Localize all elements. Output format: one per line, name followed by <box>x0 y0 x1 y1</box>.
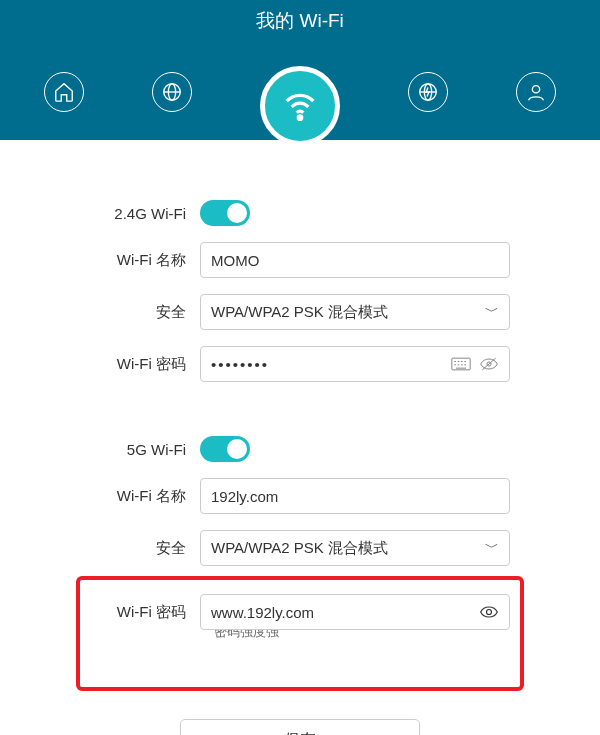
chevron-down-icon: ﹀ <box>485 303 499 321</box>
eye-off-icon[interactable] <box>479 355 499 373</box>
wifi24-title: 2.4G Wi-Fi <box>90 205 200 222</box>
wifi5-security-label: 安全 <box>90 539 200 558</box>
header: 我的 Wi-Fi <box>0 0 600 140</box>
wifi5-security-select[interactable]: WPA/WPA2 PSK 混合模式 ﹀ <box>200 530 510 566</box>
wifi5-password-label: Wi-Fi 密码 <box>90 603 200 622</box>
chevron-down-icon: ﹀ <box>485 539 499 557</box>
wifi24-name-input[interactable] <box>200 242 510 278</box>
user-icon[interactable] <box>516 72 556 112</box>
wifi5-password-input[interactable] <box>211 604 479 621</box>
wifi24-toggle[interactable] <box>200 200 250 226</box>
svg-point-5 <box>532 86 539 93</box>
page-title: 我的 Wi-Fi <box>0 0 600 34</box>
nav-bar <box>0 52 600 132</box>
wifi5-name-input[interactable] <box>200 478 510 514</box>
wifi24-name-label: Wi-Fi 名称 <box>90 251 200 270</box>
wifi-icon[interactable] <box>260 66 340 146</box>
svg-point-2 <box>298 116 301 119</box>
keyboard-icon[interactable] <box>451 355 471 373</box>
home-icon[interactable] <box>44 72 84 112</box>
wifi5-name-label: Wi-Fi 名称 <box>90 487 200 506</box>
wifi5-security-value: WPA/WPA2 PSK 混合模式 <box>211 539 388 558</box>
wifi5-toggle[interactable] <box>200 436 250 462</box>
wifi5-password-input-wrap <box>200 594 510 630</box>
svg-point-8 <box>487 610 492 615</box>
wifi24-password-input-wrap: •••••••• <box>200 346 510 382</box>
globe-icon[interactable] <box>152 72 192 112</box>
eye-icon[interactable] <box>479 603 499 621</box>
wifi24-password-label: Wi-Fi 密码 <box>90 355 200 374</box>
globe-bolt-icon[interactable] <box>408 72 448 112</box>
wifi5-password-highlight: Wi-Fi 密码 密码强度强 <box>76 576 524 691</box>
wifi24-security-value: WPA/WPA2 PSK 混合模式 <box>211 303 388 322</box>
save-button[interactable]: 保存 <box>180 719 420 735</box>
wifi24-password-value[interactable]: •••••••• <box>211 356 269 373</box>
wifi24-security-label: 安全 <box>90 303 200 322</box>
main-content: 2.4G Wi-Fi Wi-Fi 名称 安全 WPA/WPA2 PSK 混合模式… <box>0 140 600 735</box>
wifi24-security-select[interactable]: WPA/WPA2 PSK 混合模式 ﹀ <box>200 294 510 330</box>
wifi5-title: 5G Wi-Fi <box>90 441 200 458</box>
